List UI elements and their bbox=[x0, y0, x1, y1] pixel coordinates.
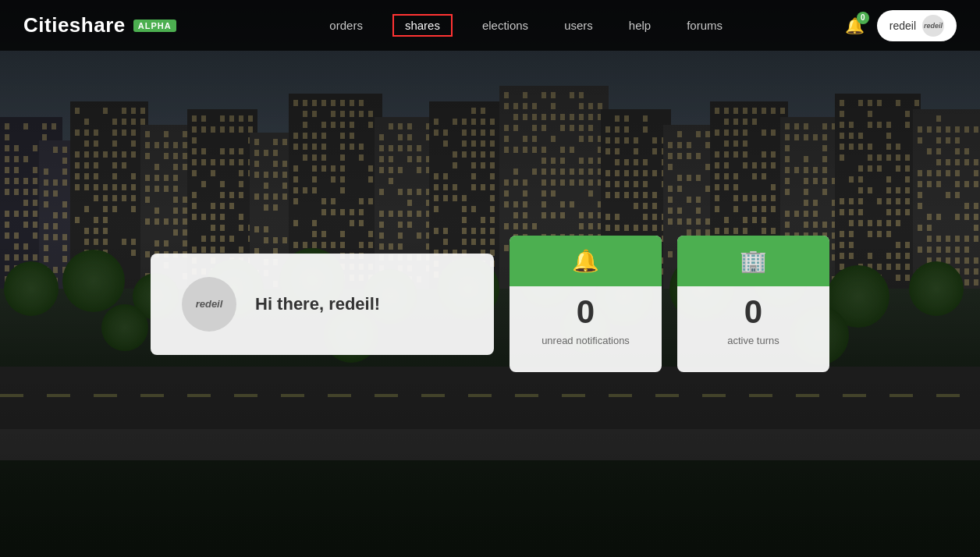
user-avatar-small: redeil bbox=[922, 15, 944, 37]
unread-count: 0 bbox=[577, 296, 595, 328]
brand-name: Citieshare bbox=[23, 13, 126, 37]
nav-shares[interactable]: shares bbox=[392, 14, 453, 37]
user-menu-button[interactable]: redeil redeil bbox=[877, 10, 957, 41]
nav-elections[interactable]: elections bbox=[476, 16, 534, 35]
welcome-message: Hi there, redeil! bbox=[255, 294, 380, 314]
brand: Citieshare ALPHA bbox=[23, 13, 176, 37]
avatar-text: redeil bbox=[196, 298, 223, 310]
main-content: redeil Hi there, redeil! 🔔 0 unread noti… bbox=[0, 51, 980, 557]
active-turns-count: 0 bbox=[744, 296, 762, 328]
turns-icon-bar: 🏢 bbox=[677, 236, 829, 286]
notification-icon-bar: 🔔 bbox=[510, 236, 662, 286]
avatar: redeil bbox=[182, 277, 236, 332]
cards-row: redeil Hi there, redeil! 🔔 0 unread noti… bbox=[151, 236, 829, 372]
nav-forums[interactable]: forums bbox=[680, 16, 729, 35]
welcome-card: redeil Hi there, redeil! bbox=[151, 254, 494, 355]
nav-links: orders shares elections users help forum… bbox=[208, 14, 845, 37]
nav-orders[interactable]: orders bbox=[323, 16, 369, 35]
unread-label: unread notifications bbox=[541, 335, 630, 346]
user-avatar-text: redeil bbox=[924, 22, 943, 30]
building-icon: 🏢 bbox=[740, 248, 767, 274]
notification-button[interactable]: 🔔 0 bbox=[845, 16, 865, 35]
nav-users[interactable]: users bbox=[558, 16, 599, 35]
navbar: Citieshare ALPHA orders shares elections… bbox=[0, 0, 980, 51]
notification-badge: 0 bbox=[857, 12, 869, 24]
user-label: redeil bbox=[889, 20, 916, 32]
nav-right: 🔔 0 redeil redeil bbox=[845, 10, 957, 41]
nav-help[interactable]: help bbox=[623, 16, 657, 35]
bell-stat-icon: 🔔 bbox=[572, 248, 599, 274]
unread-notifications-card: 🔔 0 unread notifications bbox=[510, 236, 662, 372]
active-turns-card: 🏢 0 active turns bbox=[677, 236, 829, 372]
alpha-badge: ALPHA bbox=[133, 20, 176, 32]
active-turns-label: active turns bbox=[727, 335, 779, 346]
